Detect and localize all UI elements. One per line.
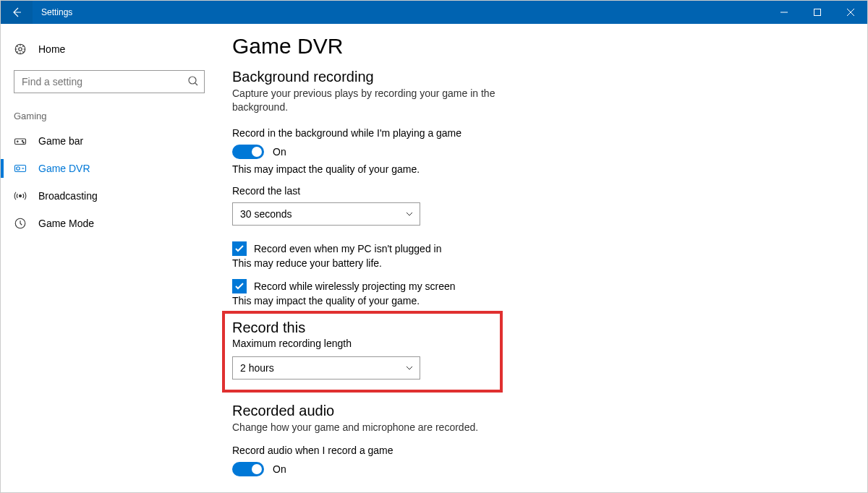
game-bar-icon <box>14 134 28 147</box>
check-icon <box>234 281 244 291</box>
audio-toggle-label: Record audio when I record a game <box>232 445 838 456</box>
page-title: Game DVR <box>232 34 838 59</box>
record-last-select[interactable]: 30 seconds <box>232 202 420 226</box>
sidebar-item-label: Broadcasting <box>38 190 98 202</box>
svg-point-3 <box>189 77 196 84</box>
audio-toggle-state: On <box>273 463 286 475</box>
max-length-value: 2 hours <box>240 362 274 374</box>
window-title: Settings <box>33 7 72 17</box>
minimize-icon <box>780 9 788 16</box>
record-wireless-label: Record while wirelessly projecting my sc… <box>254 280 456 292</box>
svg-point-8 <box>17 167 20 171</box>
arrow-left-icon <box>11 7 22 18</box>
maximize-button[interactable] <box>801 1 834 24</box>
background-recording-toggle[interactable] <box>232 145 264 159</box>
sidebar-item-game-bar[interactable]: Game bar <box>1 127 218 155</box>
max-length-label: Maximum recording length <box>232 338 493 349</box>
search-input[interactable] <box>14 70 205 93</box>
sidebar-item-label: Game Mode <box>38 218 94 229</box>
record-this-highlight: Record this Maximum recording length 2 h… <box>222 311 503 393</box>
svg-rect-0 <box>814 9 821 16</box>
record-wireless-checkbox[interactable] <box>232 279 247 293</box>
broadcasting-icon <box>14 189 28 202</box>
sidebar-item-broadcasting[interactable]: Broadcasting <box>1 182 218 210</box>
home-link[interactable]: Home <box>1 37 218 61</box>
record-unplugged-checkbox[interactable] <box>232 241 247 256</box>
maximize-icon <box>814 9 821 16</box>
window-titlebar: Settings <box>1 1 867 24</box>
recorded-audio-desc: Change how your game and microphone are … <box>232 421 507 434</box>
search-container <box>14 70 205 93</box>
close-icon <box>847 9 854 16</box>
background-recording-heading: Background recording <box>232 69 838 85</box>
check-icon <box>234 244 244 254</box>
sidebar: Home Gaming Game bar Game DVR Broadcas <box>1 24 218 492</box>
chevron-down-icon <box>405 210 414 218</box>
home-icon <box>14 43 28 56</box>
sidebar-item-label: Game bar <box>38 135 83 147</box>
record-unplugged-label: Record even when my PC isn't plugged in <box>254 243 441 254</box>
record-wireless-hint: This may impact the quality of your game… <box>232 295 838 306</box>
chevron-down-icon <box>405 364 414 372</box>
record-this-heading: Record this <box>232 320 493 336</box>
svg-point-2 <box>19 48 22 51</box>
sidebar-item-label: Game DVR <box>38 163 90 174</box>
search-icon <box>187 75 199 89</box>
svg-point-9 <box>20 195 22 197</box>
record-audio-toggle[interactable] <box>232 462 264 476</box>
recorded-audio-heading: Recorded audio <box>232 403 838 419</box>
record-last-label: Record the last <box>232 185 838 197</box>
background-recording-desc: Capture your previous plays by recording… <box>232 87 507 114</box>
sidebar-item-game-dvr[interactable]: Game DVR <box>1 155 218 182</box>
background-toggle-label: Record in the background while I'm playi… <box>232 127 838 139</box>
game-dvr-icon <box>14 162 28 175</box>
svg-point-6 <box>23 142 25 144</box>
record-last-value: 30 seconds <box>240 208 292 220</box>
background-quality-hint: This may impact the quality of your game… <box>232 163 838 175</box>
background-toggle-state: On <box>273 146 286 158</box>
max-length-select[interactable]: 2 hours <box>232 356 420 380</box>
sidebar-section-label: Gaming <box>1 111 218 127</box>
back-button[interactable] <box>1 1 33 24</box>
home-label: Home <box>38 43 65 55</box>
svg-point-5 <box>22 140 23 142</box>
close-button[interactable] <box>834 1 867 24</box>
game-mode-icon <box>14 217 28 230</box>
minimize-button[interactable] <box>767 1 801 24</box>
main-content: Game DVR Background recording Capture yo… <box>218 24 867 492</box>
record-unplugged-hint: This may reduce your battery life. <box>232 257 838 269</box>
sidebar-item-game-mode[interactable]: Game Mode <box>1 210 218 237</box>
